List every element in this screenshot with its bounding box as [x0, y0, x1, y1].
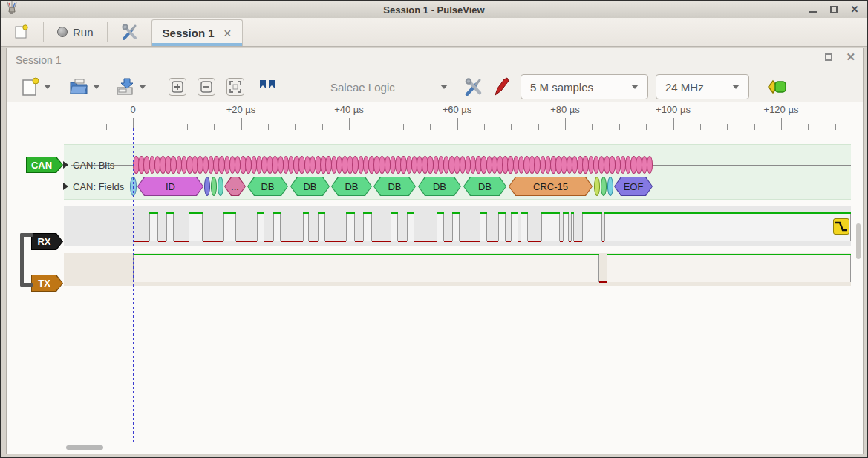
ruler-minor-tick: [322, 124, 323, 130]
can-field-annotation: [204, 177, 210, 196]
can-field-annotation: [607, 177, 613, 196]
ruler-tick-label: +100 µs: [644, 104, 703, 115]
ruler-minor-tick: [646, 124, 647, 130]
rx-wave-high-segment: [604, 213, 851, 241]
can-field-annotation: DB: [418, 177, 461, 196]
rx-wave-high-segment: [303, 213, 309, 241]
can-field-annotation: DB: [463, 177, 506, 196]
rx-wave-high-segment: [149, 213, 158, 241]
rx-wave-low-line: [372, 241, 391, 242]
rx-wave-low-line: [574, 241, 582, 242]
rx-wave-high-line: [541, 212, 560, 214]
channel-tag-rx[interactable]: RX: [31, 233, 63, 250]
close-icon[interactable]: ✕: [850, 5, 859, 14]
rx-wave-low-line: [325, 241, 346, 242]
ruler-tick-label: +120 µs: [751, 104, 811, 115]
rx-wave-high-line: [511, 212, 518, 214]
can-field-label: ID: [138, 177, 203, 195]
rx-wave-high-segment: [166, 213, 174, 241]
can-field-annotation: [218, 177, 223, 196]
ruler-minor-tick: [808, 124, 809, 130]
expand-arrow-bits[interactable]: [63, 161, 68, 169]
rx-wave-high-line: [166, 212, 174, 214]
rx-wave-high-line: [582, 212, 602, 214]
rx-wave-high-segment: [223, 213, 236, 241]
rx-wave-low-line: [355, 241, 363, 242]
rx-wave-high-line: [363, 212, 372, 214]
falling-edge-icon: [834, 219, 849, 234]
channel-tag-tx-label: TX: [32, 275, 62, 291]
ruler-minor-tick: [106, 124, 107, 130]
rx-wave-low-line: [174, 241, 189, 242]
can-field-label: DB: [332, 177, 371, 195]
can-field-annotation: [211, 177, 217, 196]
rx-wave-low-line: [281, 241, 303, 242]
can-field-label: DB: [464, 177, 506, 195]
rx-wave-high-line: [521, 212, 528, 214]
channel-tag-can-label: CAN: [27, 157, 62, 172]
horizontal-scrollbar[interactable]: [66, 445, 103, 450]
rx-wave-high-segment: [407, 213, 414, 241]
rx-wave-low-line: [133, 241, 149, 242]
rx-wave-high-segment: [273, 213, 281, 241]
expand-arrow-fields[interactable]: [63, 183, 68, 190]
rx-wave-high-line: [563, 212, 569, 214]
vertical-scrollbar[interactable]: [856, 223, 861, 259]
ruler-minor-tick: [187, 124, 188, 130]
ruler-major-tick: [457, 118, 458, 130]
rx-wave-low-line: [528, 241, 541, 242]
rx-wave-low-line: [309, 241, 318, 242]
channel-tag-rx-label: RX: [32, 234, 62, 249]
ruler-minor-tick: [484, 124, 485, 130]
can-field-annotation: ID: [137, 177, 203, 196]
rx-wave-high-segment: [511, 213, 518, 241]
ruler-major-tick: [349, 118, 350, 130]
ruler-minor-tick: [754, 124, 755, 130]
ruler-minor-tick: [727, 124, 728, 130]
can-field-annotation: EOF: [614, 177, 653, 196]
rx-wave-low-line: [506, 241, 511, 242]
ruler-minor-tick: [214, 124, 215, 130]
rx-wave-low-line: [398, 241, 407, 242]
minimize-icon[interactable]: [809, 5, 818, 14]
can-field-label: DB: [374, 177, 415, 195]
maximize-icon[interactable]: [829, 5, 838, 14]
ruler-minor-tick: [79, 124, 79, 130]
rx-wave-high-segment: [189, 213, 203, 241]
time-cursor-line: [133, 128, 134, 443]
rx-wave-high-line: [273, 212, 281, 214]
ruler-major-tick: [781, 118, 782, 130]
rx-wave-high-line: [604, 212, 851, 214]
rx-wave-high-segment: [391, 213, 398, 241]
rx-wave-low-line: [236, 241, 257, 242]
rx-wave-high-segment: [541, 213, 560, 241]
can-field-label: DB: [248, 177, 287, 195]
rx-wave-high-line: [149, 212, 158, 214]
rx-wave-low-line: [414, 241, 437, 242]
rx-wave-low-line: [264, 241, 273, 242]
rx-wave-high-segment: [346, 213, 355, 241]
tx-wave-high-segment: [133, 255, 599, 282]
tx-wave-high-line: [607, 254, 851, 255]
can-field-label: DB: [291, 177, 329, 195]
rx-wave-high-line: [480, 212, 487, 214]
ruler-minor-tick: [538, 124, 539, 130]
ruler-minor-tick: [268, 124, 269, 130]
channel-group-bracket[interactable]: [20, 233, 24, 287]
ruler-minor-tick: [430, 124, 431, 130]
ruler-tick-label: 0: [103, 104, 163, 115]
channel-tag-can[interactable]: CAN: [26, 157, 63, 173]
can-field-annotation: [594, 177, 600, 196]
rx-trigger-marker[interactable]: [833, 218, 849, 235]
channel-tag-tx[interactable]: TX: [31, 275, 63, 292]
rx-wave-high-segment: [452, 213, 460, 241]
can-field-annotation: CRC-15: [509, 177, 593, 196]
ruler-minor-tick: [403, 124, 404, 130]
can-field-annotation: DB: [331, 177, 372, 196]
ruler-minor-tick: [295, 124, 296, 130]
rx-wave-high-line: [498, 212, 506, 214]
channel-group-bracket-top: [20, 233, 33, 237]
ruler-minor-tick: [835, 124, 836, 130]
can-field-label: CRC-15: [509, 177, 592, 195]
can-field-label: EOF: [615, 177, 652, 195]
